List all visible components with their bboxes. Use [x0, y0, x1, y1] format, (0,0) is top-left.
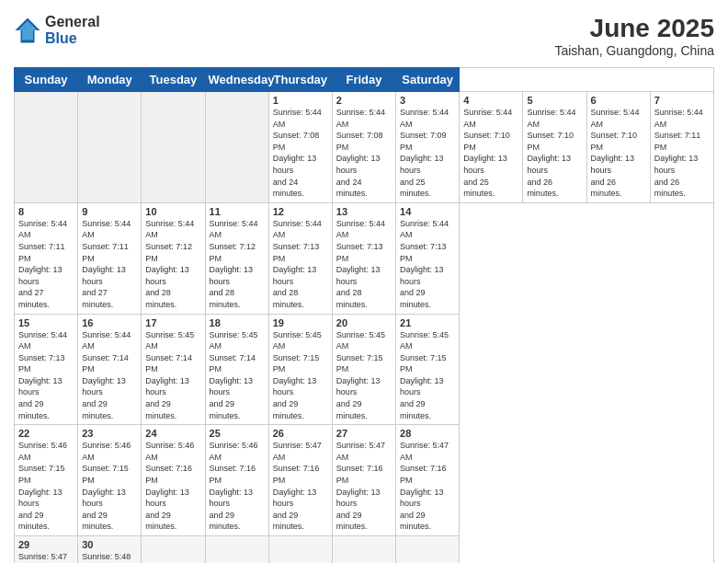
sunset: Sunset: 7:15 PM [18, 463, 74, 486]
col-monday: Monday [78, 68, 142, 92]
day-number: 1 [273, 95, 328, 106]
sunset: Sunset: 7:14 PM [210, 352, 265, 375]
sunset: Sunset: 7:13 PM [336, 241, 392, 264]
sunrise: Sunrise: 5:44 AM [463, 107, 518, 130]
sunset: Sunset: 7:13 PM [273, 241, 328, 264]
calendar-cell: 14Sunrise: 5:44 AMSunset: 7:13 PMDayligh… [396, 202, 460, 314]
day-info: Sunrise: 5:45 AMSunset: 7:15 PMDaylight:… [400, 329, 455, 422]
sunset: Sunset: 7:08 PM [336, 130, 392, 153]
day-info: Sunrise: 5:44 AMSunset: 7:12 PMDaylight:… [145, 218, 200, 311]
day-number: 19 [273, 317, 328, 328]
day-number: 3 [400, 95, 455, 106]
day-info: Sunrise: 5:44 AMSunset: 7:08 PMDaylight:… [336, 107, 392, 200]
calendar-cell [396, 536, 460, 564]
day-info: Sunrise: 5:44 AMSunset: 7:12 PMDaylight:… [210, 218, 265, 311]
sunset: Sunset: 7:16 PM [145, 463, 200, 486]
calendar-cell: 6Sunrise: 5:44 AMSunset: 7:10 PMDaylight… [586, 92, 650, 203]
day-info: Sunrise: 5:44 AMSunset: 7:13 PMDaylight:… [18, 329, 74, 422]
day-number: 20 [336, 317, 392, 328]
sunset: Sunset: 7:16 PM [210, 463, 265, 486]
day-number: 27 [336, 428, 392, 439]
calendar: Sunday Monday Tuesday Wednesday Thursday… [14, 67, 714, 563]
day-info: Sunrise: 5:44 AMSunset: 7:13 PMDaylight:… [273, 218, 328, 311]
day-number: 11 [210, 206, 265, 217]
daylight: Daylight: 13 hoursand 29 minutes. [145, 487, 200, 533]
calendar-cell: 12Sunrise: 5:44 AMSunset: 7:13 PMDayligh… [268, 202, 332, 314]
day-number: 24 [145, 428, 200, 439]
sunrise: Sunrise: 5:44 AM [400, 107, 455, 130]
calendar-cell: 20Sunrise: 5:45 AMSunset: 7:15 PMDayligh… [332, 314, 395, 425]
day-info: Sunrise: 5:47 AMSunset: 7:16 PMDaylight:… [336, 440, 392, 533]
sunrise: Sunrise: 5:44 AM [273, 218, 328, 241]
calendar-cell [78, 92, 142, 203]
calendar-cell: 29Sunrise: 5:47 AMSunset: 7:16 PMDayligh… [15, 536, 78, 564]
day-info: Sunrise: 5:46 AMSunset: 7:15 PMDaylight:… [82, 440, 137, 533]
calendar-cell: 3Sunrise: 5:44 AMSunset: 7:09 PMDaylight… [396, 92, 460, 203]
calendar-header-row: Sunday Monday Tuesday Wednesday Thursday… [15, 68, 714, 92]
calendar-cell: 21Sunrise: 5:45 AMSunset: 7:15 PMDayligh… [396, 314, 460, 425]
day-number: 16 [82, 317, 137, 328]
calendar-cell: 27Sunrise: 5:47 AMSunset: 7:16 PMDayligh… [332, 425, 395, 536]
sunrise: Sunrise: 5:44 AM [591, 107, 646, 130]
month-year: June 2025 [554, 14, 714, 43]
sunset: Sunset: 7:13 PM [18, 352, 74, 375]
day-info: Sunrise: 5:46 AMSunset: 7:15 PMDaylight:… [18, 440, 74, 533]
daylight: Daylight: 13 hoursand 28 minutes. [336, 264, 392, 310]
col-wednesday: Wednesday [205, 68, 268, 92]
daylight: Daylight: 13 hoursand 28 minutes. [210, 264, 265, 310]
col-thursday: Thursday [268, 68, 332, 92]
day-number: 29 [18, 539, 74, 550]
sunrise: Sunrise: 5:44 AM [336, 107, 392, 130]
day-info: Sunrise: 5:47 AMSunset: 7:16 PMDaylight:… [400, 440, 455, 533]
sunset: Sunset: 7:14 PM [82, 352, 137, 375]
daylight: Daylight: 13 hoursand 29 minutes. [400, 264, 455, 310]
logo-icon [14, 17, 41, 44]
logo-text: General Blue [45, 14, 100, 47]
calendar-row: 8Sunrise: 5:44 AMSunset: 7:11 PMDaylight… [15, 202, 714, 314]
calendar-cell [15, 92, 78, 203]
calendar-row: 15Sunrise: 5:44 AMSunset: 7:13 PMDayligh… [15, 314, 714, 425]
day-info: Sunrise: 5:44 AMSunset: 7:14 PMDaylight:… [82, 329, 137, 422]
day-info: Sunrise: 5:47 AMSunset: 7:16 PMDaylight:… [273, 440, 328, 533]
day-info: Sunrise: 5:46 AMSunset: 7:16 PMDaylight:… [145, 440, 200, 533]
day-number: 22 [18, 428, 74, 439]
daylight: Daylight: 13 hoursand 29 minutes. [273, 487, 328, 533]
calendar-cell: 17Sunrise: 5:45 AMSunset: 7:14 PMDayligh… [142, 314, 205, 425]
sunrise: Sunrise: 5:45 AM [400, 329, 455, 352]
day-number: 28 [400, 428, 455, 439]
day-info: Sunrise: 5:47 AMSunset: 7:16 PMDaylight:… [18, 551, 74, 563]
day-info: Sunrise: 5:46 AMSunset: 7:16 PMDaylight:… [210, 440, 265, 533]
calendar-cell: 1Sunrise: 5:44 AMSunset: 7:08 PMDaylight… [268, 92, 332, 203]
daylight: Daylight: 13 hoursand 26 minutes. [654, 153, 710, 199]
day-info: Sunrise: 5:44 AMSunset: 7:11 PMDaylight:… [654, 107, 710, 200]
sunset: Sunset: 7:10 PM [591, 130, 646, 153]
sunrise: Sunrise: 5:44 AM [210, 218, 265, 241]
sunset: Sunset: 7:16 PM [400, 463, 455, 486]
calendar-row: 22Sunrise: 5:46 AMSunset: 7:15 PMDayligh… [15, 425, 714, 536]
daylight: Daylight: 13 hoursand 29 minutes. [336, 375, 392, 421]
sunrise: Sunrise: 5:47 AM [18, 551, 74, 563]
calendar-cell: 22Sunrise: 5:46 AMSunset: 7:15 PMDayligh… [15, 425, 78, 536]
day-info: Sunrise: 5:44 AMSunset: 7:13 PMDaylight:… [336, 218, 392, 311]
calendar-cell [142, 536, 205, 564]
col-friday: Friday [332, 68, 395, 92]
calendar-cell: 23Sunrise: 5:46 AMSunset: 7:15 PMDayligh… [78, 425, 142, 536]
calendar-cell: 9Sunrise: 5:44 AMSunset: 7:11 PMDaylight… [78, 202, 142, 314]
sunrise: Sunrise: 5:48 AM [82, 551, 137, 563]
daylight: Daylight: 13 hoursand 25 minutes. [463, 153, 518, 199]
day-number: 10 [145, 206, 200, 217]
sunset: Sunset: 7:15 PM [273, 352, 328, 375]
sunset: Sunset: 7:13 PM [400, 241, 455, 264]
daylight: Daylight: 13 hoursand 26 minutes. [591, 153, 646, 199]
sunset: Sunset: 7:12 PM [210, 241, 265, 264]
sunrise: Sunrise: 5:46 AM [82, 440, 137, 463]
calendar-cell: 4Sunrise: 5:44 AMSunset: 7:10 PMDaylight… [460, 92, 523, 203]
calendar-cell [205, 536, 268, 564]
sunrise: Sunrise: 5:44 AM [527, 107, 582, 130]
sunrise: Sunrise: 5:44 AM [654, 107, 710, 130]
sunset: Sunset: 7:16 PM [273, 463, 328, 486]
daylight: Daylight: 13 hoursand 24 minutes. [336, 153, 392, 199]
col-sunday: Sunday [15, 68, 78, 92]
daylight: Daylight: 13 hoursand 29 minutes. [400, 375, 455, 421]
day-info: Sunrise: 5:44 AMSunset: 7:10 PMDaylight:… [591, 107, 646, 200]
